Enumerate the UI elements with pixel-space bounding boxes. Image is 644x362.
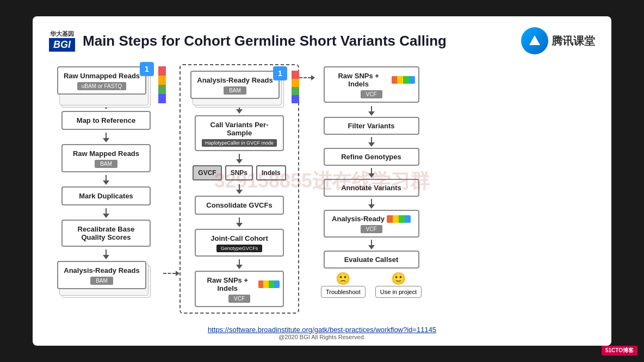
slide-title: Main Steps for Cohort Germline Short Var… [83,33,447,49]
use-in-project-branch: 🙂 Use in project [375,272,422,298]
recalibrate-box: Recalibrate Base Quality Scores [61,220,151,247]
analysis-ready-1-subtitle: BAM [90,277,113,285]
tencent-logo: 腾讯课堂 [521,27,595,54]
corner-logo: 51CTO博客 [602,346,637,355]
joint-call-subtitle: GenotypeGVCFs [216,245,263,252]
raw-snps-1-subtitle: VCF [361,90,382,98]
bgi-logo: 华大基因 BGI [49,30,75,52]
raw-snps-2-subtitle: VCF [228,295,250,303]
arrow-col2-2 [236,154,243,164]
raw-unmapped-title: Raw Unmapped Reads [61,72,142,80]
troubleshoot-branch: 🙁 Troubleshoot [321,272,366,298]
analysis-ready-2-main: Analysis-Ready Reads BAM [190,71,280,99]
joint-call-box: Joint-Call Cohort GenotypeGVCFs [195,229,284,257]
arrow-col2-3 [236,184,243,194]
column-3: Raw SNPs + Indels VCF [315,64,427,298]
workflow-diagram: Raw Unmapped Reads uBAM or FASTQ 1 [49,64,595,321]
analysis-ready-vcf-box: Analysis-Ready VCF [324,210,419,238]
raw-unmapped-main: Raw Unmapped Reads uBAM or FASTQ [57,66,146,95]
tencent-icon [521,27,548,54]
analysis-ready-2-title: Analysis-Ready Reads [195,76,275,84]
map-to-ref-title: Map to Reference [66,116,146,124]
raw-snps-2-title: Raw SNPs + Indels [199,276,256,292]
mark-dup-box: Mark Duplicates [61,186,151,205]
analysis-ready-vcf-titlerow: Analysis-Ready [328,215,415,223]
consolidate-box: Consolidate GVCFs [195,196,284,215]
rainbow-bar-2 [258,280,280,288]
tencent-label: 腾讯课堂 [552,34,595,48]
annotate-variants-box: Annotate Variants [324,179,419,197]
joint-call-title: Joint-Call Cohort [199,234,280,242]
raw-snps-1-box: Raw SNPs + Indels VCF [324,66,419,103]
filter-variants-title: Filter Variants [328,122,415,130]
raw-mapped-box: Raw Mapped Reads BAM [61,144,151,172]
url-link[interactable]: https://software.broadinstitute.org/gatk… [49,326,595,334]
rainbow-bar-1 [392,76,415,84]
arrow-col3-1 [368,106,375,116]
logo-top-text: 华大基因 [50,30,74,38]
call-variants-box: Call Variants Per-Sample HaplotypeCaller… [195,115,284,151]
map-to-ref-box: Map to Reference [61,111,151,130]
raw-mapped-subtitle: BAM [95,160,117,168]
arrow-col2-4 [236,217,243,227]
mark-dup-title: Mark Duplicates [66,192,146,200]
logo-bottom-text: BGI [49,38,75,52]
call-variants-subtitle: HaplotypeCaller in GVCF mode [202,139,277,147]
raw-snps-2-titlerow: Raw SNPs + Indels [199,276,280,292]
bottom-bar: https://software.broadinstitute.org/gatk… [49,326,595,340]
raw-mapped-title: Raw Mapped Reads [66,149,146,158]
copyright-text: @2020 BGI All Rights Reserved. [49,334,595,340]
analysis-ready-2-box: Analysis-Ready Reads BAM 1 [190,71,288,99]
col1-badge: 1 [140,62,154,76]
slide-container: 华大基因 BGI Main Steps for Cohort Germline … [33,16,611,346]
col2-badge: 1 [273,66,287,80]
annotate-variants-title: Annotate Variants [328,184,415,192]
arrow-3 [103,175,109,185]
arrow-col2-5 [236,259,243,269]
frown-icon: 🙁 [336,272,350,286]
branch-area: 🙁 Troubleshoot 🙂 Use in project [321,272,422,298]
arrow-col3-2 [368,137,375,147]
call-variants-title: Call Variants Per-Sample [199,121,280,137]
column-1: Raw Unmapped Reads uBAM or FASTQ 1 [49,64,163,289]
arrow-col3-4 [368,199,375,209]
smiley-icon: 🙂 [391,272,406,286]
raw-snps-2-box: Raw SNPs + Indels VCF [195,271,284,307]
arrow-4 [103,208,109,218]
analysis-ready-2-subtitle: BAM [224,86,246,95]
analysis-ready-vcf-title: Analysis-Ready [332,215,385,223]
consolidate-title: Consolidate GVCFs [199,201,280,209]
analysis-ready-vcf-subtitle: VCF [361,225,382,233]
evaluate-callset-box: Evaluate Callset [324,251,419,269]
svg-marker-0 [529,35,540,45]
color-bars-col2 [292,71,299,103]
rainbow-bar-3 [387,215,411,223]
raw-snps-1-titlerow: Raw SNPs + Indels [328,72,415,88]
filter-variants-box: Filter Variants [324,117,419,135]
gvcf-row: GVCF SNPs Indels [193,165,286,180]
arrow-col3-3 [368,168,375,178]
raw-snps-1-title: Raw SNPs + Indels [328,72,389,88]
analysis-ready-1-main: Analysis-Ready Reads BAM [57,261,146,289]
analysis-ready-1-title: Analysis-Ready Reads [61,266,142,274]
gvcf-box: GVCF [193,165,221,180]
url-text: https://software.broadinstitute.org/gatk… [208,326,436,334]
indels-box: Indels [256,165,286,180]
slide-header: 华大基因 BGI Main Steps for Cohort Germline … [49,27,595,54]
snps-box: SNPs [225,165,253,180]
column-2-dashed: Analysis-Ready Reads BAM 1 [179,64,299,314]
refine-genotypes-title: Refine Genotypes [328,153,415,161]
raw-unmapped-box: Raw Unmapped Reads uBAM or FASTQ 1 [57,66,155,95]
connector-2-3 [299,64,315,80]
analysis-ready-1-box: Analysis-Ready Reads BAM [57,261,155,289]
arrow-5 [103,249,109,259]
recalibrate-title: Recalibrate Base Quality Scores [66,225,146,241]
arrow-2 [103,133,109,142]
troubleshoot-button[interactable]: Troubleshoot [321,286,366,298]
color-bars-col1 [158,66,166,103]
arrow-col3-5 [368,240,375,249]
raw-unmapped-subtitle: uBAM or FASTQ [77,82,126,90]
use-in-project-button[interactable]: Use in project [375,286,422,298]
refine-genotypes-box: Refine Genotypes [324,148,419,166]
evaluate-callset-title: Evaluate Callset [328,255,415,264]
